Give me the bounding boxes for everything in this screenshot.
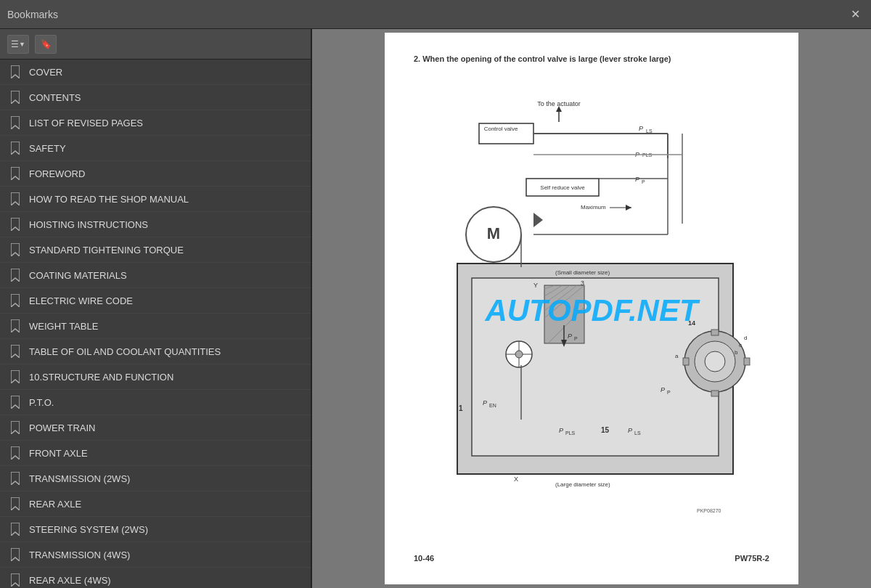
bookmark-label: FRONT AXLE (29, 448, 88, 459)
bookmark-label: REAR AXLE (4WS) (29, 575, 111, 586)
bookmark-item[interactable]: HOISTING INSTRUCTIONS (0, 212, 311, 237)
bookmark-ribbon-icon (9, 446, 22, 460)
page-model: PW75R-2 (735, 554, 769, 563)
svg-text:Y: Y (533, 282, 538, 289)
svg-marker-11 (11, 345, 20, 358)
svg-text:14: 14 (688, 319, 695, 327)
bookmark-button[interactable]: 🔖 (35, 35, 57, 54)
svg-text:P: P (642, 179, 645, 184)
svg-text:LS: LS (646, 128, 653, 134)
svg-marker-5 (11, 192, 20, 205)
page-caption: 2. When the opening of the control valve… (414, 54, 769, 63)
bookmark-item[interactable]: FOREWORD (0, 161, 311, 187)
bookmark-item[interactable]: P.T.O. (0, 390, 311, 415)
bookmark-item[interactable]: SAFETY (0, 136, 311, 161)
svg-marker-16 (11, 472, 20, 485)
svg-marker-1 (11, 91, 20, 104)
bookmark-item[interactable]: WEIGHT TABLE (0, 314, 311, 339)
bookmark-ribbon-icon (9, 90, 22, 105)
bookmark-item[interactable]: STEERING SYSTEM (2WS) (0, 517, 311, 542)
bookmark-item[interactable]: FRONT AXLE (0, 441, 311, 466)
panel-title: Bookmarks (7, 9, 846, 20)
svg-text:15: 15 (601, 426, 610, 434)
svg-marker-20 (11, 573, 20, 587)
bookmark-label: P.T.O. (29, 397, 54, 408)
bookmark-label: COVER (29, 67, 62, 78)
svg-text:a: a (675, 353, 679, 359)
bookmark-item[interactable]: ELECTRIC WIRE CODE (0, 288, 311, 314)
bookmark-item[interactable]: POWER TRAIN (0, 415, 311, 441)
bookmark-label: POWER TRAIN (29, 422, 96, 433)
bookmark-ribbon-icon (9, 65, 22, 79)
svg-text:P: P (628, 427, 632, 434)
bookmark-item[interactable]: STANDARD TIGHTENING TORQUE (0, 237, 311, 263)
svg-text:P: P (574, 336, 578, 341)
bookmark-ribbon-icon (9, 293, 22, 308)
bookmark-ribbon-icon (9, 573, 22, 587)
bookmark-item[interactable]: TRANSMISSION (2WS) (0, 466, 311, 491)
diagram-svg: To the actuator Control valve P LS (414, 93, 769, 528)
bookmark-ribbon-icon (9, 471, 22, 486)
bookmark-label: TABLE OF OIL AND COOLANT QUANTITIES (29, 346, 221, 357)
svg-text:EN: EN (489, 403, 496, 408)
bookmark-ribbon-icon (9, 192, 22, 206)
main-layout: ☰ ▼ 🔖 COVERCONTENTSLIST OF REVISED PAGES… (0, 29, 871, 588)
diagram-area: AUTOPDF.NET To the actuator Control valv… (414, 75, 769, 547)
bookmark-label: CONTENTS (29, 92, 81, 103)
svg-text:c: c (739, 342, 742, 348)
bookmark-item[interactable]: CONTENTS (0, 85, 311, 110)
chevron-down-icon: ▼ (19, 41, 25, 48)
bookmark-list: COVERCONTENTSLIST OF REVISED PAGESSAFETY… (0, 60, 311, 588)
bookmark-item[interactable]: COATING MATERIALS (0, 263, 311, 288)
page-wrapper: 2. When the opening of the control valve… (385, 33, 798, 584)
svg-rect-71 (711, 391, 719, 396)
svg-text:P: P (559, 427, 563, 434)
svg-marker-9 (11, 294, 20, 307)
bookmark-label: 10.STRUCTURE AND FUNCTION (29, 372, 173, 383)
svg-marker-12 (11, 370, 20, 383)
bookmark-ribbon-icon (9, 268, 22, 282)
bookmark-item[interactable]: COVER (0, 60, 311, 85)
sidebar-toolbar: ☰ ▼ 🔖 (0, 29, 311, 60)
bookmark-label: TRANSMISSION (2WS) (29, 473, 130, 484)
bookmark-item[interactable]: 10.STRUCTURE AND FUNCTION (0, 364, 311, 390)
bookmark-item[interactable]: TRANSMISSION (4WS) (0, 542, 311, 568)
view-options-button[interactable]: ☰ ▼ (7, 35, 29, 54)
bookmark-label: TRANSMISSION (4WS) (29, 550, 130, 560)
bookmark-item[interactable]: TABLE OF OIL AND COOLANT QUANTITIES (0, 339, 311, 364)
svg-text:d: d (744, 335, 747, 341)
bookmark-label: COATING MATERIALS (29, 270, 127, 281)
bookmark-item[interactable]: HOW TO READ THE SHOP MANUAL (0, 187, 311, 212)
bookmark-item[interactable]: REAR AXLE (0, 491, 311, 517)
svg-text:P: P (483, 399, 487, 407)
sidebar: ☰ ▼ 🔖 COVERCONTENTSLIST OF REVISED PAGES… (0, 29, 312, 588)
bookmark-item[interactable]: REAR AXLE (4WS) (0, 568, 311, 588)
bookmark-ribbon-icon (9, 166, 22, 181)
svg-text:b: b (735, 349, 738, 356)
svg-text:1: 1 (459, 404, 463, 412)
svg-marker-10 (11, 319, 20, 332)
list-icon: ☰ (11, 39, 19, 49)
svg-marker-18 (11, 523, 20, 536)
bookmark-ribbon-icon (9, 522, 22, 536)
svg-marker-17 (11, 497, 20, 510)
svg-marker-19 (11, 548, 20, 561)
svg-rect-47 (472, 278, 719, 456)
bookmark-item[interactable]: LIST OF REVISED PAGES (0, 110, 311, 136)
svg-text:(Large diameter size): (Large diameter size) (555, 481, 610, 488)
svg-text:P: P (635, 176, 639, 183)
svg-rect-70 (711, 330, 719, 335)
svg-marker-7 (11, 243, 20, 256)
bookmark-label: SAFETY (29, 143, 66, 154)
svg-marker-14 (11, 421, 20, 434)
close-button[interactable]: ✕ (846, 6, 864, 23)
svg-text:Control valve: Control valve (484, 126, 518, 132)
svg-marker-2 (11, 116, 20, 129)
svg-point-66 (515, 351, 523, 358)
bookmark-label: FOREWORD (29, 168, 85, 179)
bookmark-label: ELECTRIC WIRE CODE (29, 295, 133, 306)
svg-text:Maximum: Maximum (581, 204, 606, 211)
top-bar: Bookmarks ✕ (0, 0, 871, 29)
bookmark-ribbon-icon (9, 141, 22, 155)
bookmark-ribbon-icon (9, 344, 22, 359)
